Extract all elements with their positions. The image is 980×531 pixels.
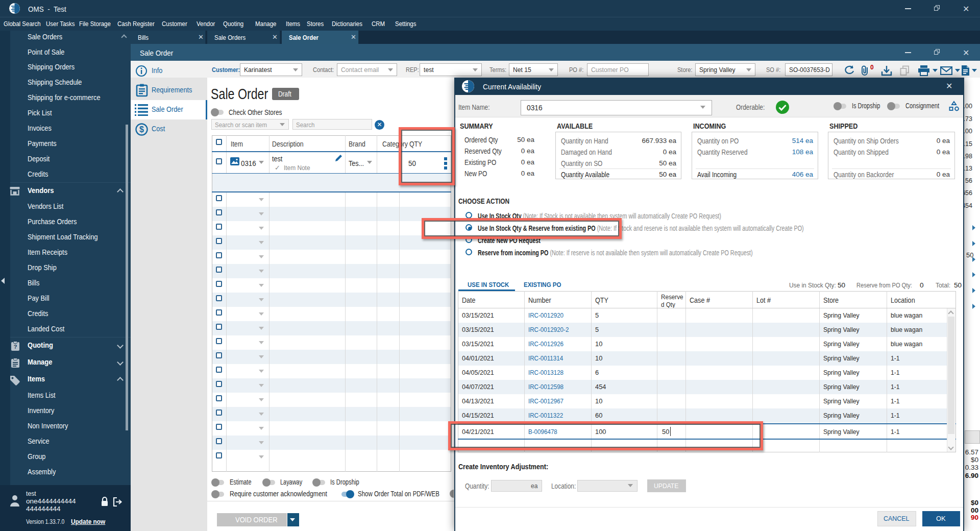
svg-text:$: $ [139, 125, 144, 134]
svg-text:?: ? [14, 344, 17, 350]
